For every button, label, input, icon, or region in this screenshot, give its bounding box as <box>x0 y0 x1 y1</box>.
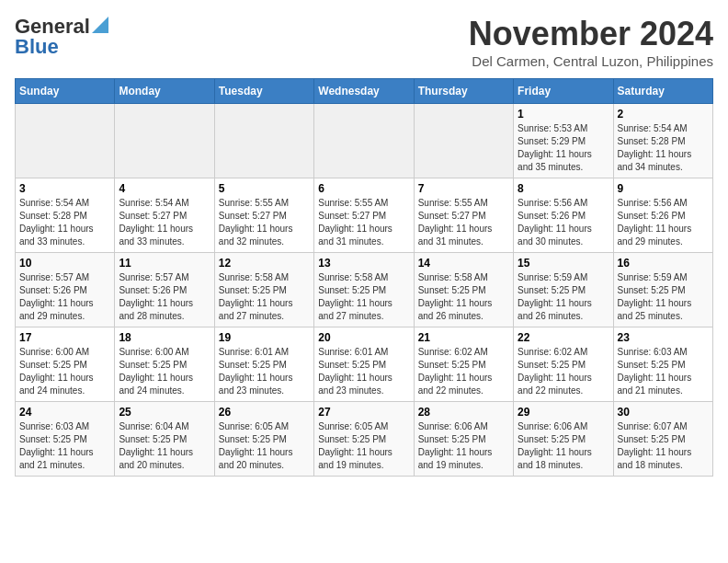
day-number: 30 <box>618 406 709 419</box>
day-info: Sunrise: 5:58 AMSunset: 5:25 PMDaylight:… <box>418 271 509 323</box>
calendar-cell: 30Sunrise: 6:07 AMSunset: 5:25 PMDayligh… <box>613 402 712 477</box>
day-number: 19 <box>219 331 310 344</box>
col-header-friday: Friday <box>514 79 613 104</box>
calendar-cell: 20Sunrise: 6:01 AMSunset: 5:25 PMDayligh… <box>314 327 414 402</box>
calendar-cell: 10Sunrise: 5:57 AMSunset: 5:26 PMDayligh… <box>16 253 115 327</box>
day-info: Sunrise: 5:58 AMSunset: 5:25 PMDaylight:… <box>219 271 310 323</box>
day-info: Sunrise: 6:06 AMSunset: 5:25 PMDaylight:… <box>418 420 509 472</box>
day-number: 28 <box>418 406 509 419</box>
calendar-cell <box>314 104 414 178</box>
calendar-cell: 28Sunrise: 6:06 AMSunset: 5:25 PMDayligh… <box>414 402 513 477</box>
day-info: Sunrise: 5:53 AMSunset: 5:29 PMDaylight:… <box>518 122 609 174</box>
col-header-wednesday: Wednesday <box>314 79 414 104</box>
day-info: Sunrise: 6:01 AMSunset: 5:25 PMDaylight:… <box>318 346 409 397</box>
logo-blue-text: Blue <box>15 35 59 59</box>
day-number: 5 <box>219 182 310 195</box>
day-info: Sunrise: 6:07 AMSunset: 5:25 PMDaylight:… <box>618 420 709 472</box>
day-info: Sunrise: 5:56 AMSunset: 5:26 PMDaylight:… <box>618 197 709 248</box>
day-number: 29 <box>518 406 609 419</box>
logo-icon <box>92 17 108 33</box>
day-info: Sunrise: 6:05 AMSunset: 5:25 PMDaylight:… <box>219 420 310 472</box>
day-number: 9 <box>618 182 709 195</box>
calendar-cell: 12Sunrise: 5:58 AMSunset: 5:25 PMDayligh… <box>214 253 313 327</box>
day-info: Sunrise: 6:06 AMSunset: 5:25 PMDaylight:… <box>518 420 609 472</box>
calendar-cell: 13Sunrise: 5:58 AMSunset: 5:25 PMDayligh… <box>314 253 414 327</box>
day-number: 1 <box>518 108 609 121</box>
location: Del Carmen, Central Luzon, Philippines <box>469 53 713 69</box>
day-info: Sunrise: 6:03 AMSunset: 5:25 PMDaylight:… <box>19 420 110 472</box>
day-info: Sunrise: 5:54 AMSunset: 5:28 PMDaylight:… <box>618 122 709 174</box>
month-title: November 2024 <box>469 15 713 53</box>
day-number: 12 <box>219 257 310 270</box>
day-number: 17 <box>19 331 110 344</box>
day-info: Sunrise: 5:57 AMSunset: 5:26 PMDaylight:… <box>19 271 110 323</box>
calendar-cell: 22Sunrise: 6:02 AMSunset: 5:25 PMDayligh… <box>514 327 613 402</box>
calendar-cell: 27Sunrise: 6:05 AMSunset: 5:25 PMDayligh… <box>314 402 414 477</box>
day-number: 15 <box>518 257 609 270</box>
calendar-cell <box>16 104 115 178</box>
calendar-cell: 16Sunrise: 5:59 AMSunset: 5:25 PMDayligh… <box>613 253 712 327</box>
week-row-1: 1Sunrise: 5:53 AMSunset: 5:29 PMDaylight… <box>16 104 713 178</box>
day-info: Sunrise: 6:02 AMSunset: 5:25 PMDaylight:… <box>518 346 609 397</box>
calendar-cell: 24Sunrise: 6:03 AMSunset: 5:25 PMDayligh… <box>16 402 115 477</box>
calendar-cell <box>115 104 214 178</box>
day-number: 23 <box>618 331 709 344</box>
col-header-saturday: Saturday <box>613 79 712 104</box>
calendar-cell: 11Sunrise: 5:57 AMSunset: 5:26 PMDayligh… <box>115 253 214 327</box>
svg-marker-0 <box>92 17 108 33</box>
calendar-cell <box>214 104 313 178</box>
day-info: Sunrise: 5:58 AMSunset: 5:25 PMDaylight:… <box>318 271 409 323</box>
day-info: Sunrise: 5:54 AMSunset: 5:28 PMDaylight:… <box>19 197 110 248</box>
day-number: 6 <box>318 182 409 195</box>
day-number: 25 <box>119 406 210 419</box>
day-number: 24 <box>19 406 110 419</box>
calendar-cell: 18Sunrise: 6:00 AMSunset: 5:25 PMDayligh… <box>115 327 214 402</box>
day-info: Sunrise: 5:55 AMSunset: 5:27 PMDaylight:… <box>219 197 310 248</box>
calendar-cell: 19Sunrise: 6:01 AMSunset: 5:25 PMDayligh… <box>214 327 313 402</box>
day-info: Sunrise: 6:02 AMSunset: 5:25 PMDaylight:… <box>418 346 509 397</box>
day-info: Sunrise: 5:59 AMSunset: 5:25 PMDaylight:… <box>518 271 609 323</box>
day-number: 16 <box>618 257 709 270</box>
calendar-cell: 14Sunrise: 5:58 AMSunset: 5:25 PMDayligh… <box>414 253 513 327</box>
day-number: 4 <box>119 182 210 195</box>
week-row-2: 3Sunrise: 5:54 AMSunset: 5:28 PMDaylight… <box>16 178 713 253</box>
calendar-cell: 8Sunrise: 5:56 AMSunset: 5:26 PMDaylight… <box>514 178 613 253</box>
calendar-cell: 2Sunrise: 5:54 AMSunset: 5:28 PMDaylight… <box>613 104 712 178</box>
day-info: Sunrise: 6:00 AMSunset: 5:25 PMDaylight:… <box>19 346 110 397</box>
calendar-cell: 5Sunrise: 5:55 AMSunset: 5:27 PMDaylight… <box>214 178 313 253</box>
day-number: 27 <box>318 406 409 419</box>
day-number: 13 <box>318 257 409 270</box>
day-number: 21 <box>418 331 509 344</box>
day-info: Sunrise: 5:57 AMSunset: 5:26 PMDaylight:… <box>119 271 210 323</box>
day-number: 20 <box>318 331 409 344</box>
day-info: Sunrise: 5:59 AMSunset: 5:25 PMDaylight:… <box>618 271 709 323</box>
calendar-cell: 7Sunrise: 5:55 AMSunset: 5:27 PMDaylight… <box>414 178 513 253</box>
day-info: Sunrise: 6:01 AMSunset: 5:25 PMDaylight:… <box>219 346 310 397</box>
day-number: 11 <box>119 257 210 270</box>
calendar-cell: 29Sunrise: 6:06 AMSunset: 5:25 PMDayligh… <box>514 402 613 477</box>
calendar-table: SundayMondayTuesdayWednesdayThursdayFrid… <box>15 78 713 477</box>
calendar-cell: 15Sunrise: 5:59 AMSunset: 5:25 PMDayligh… <box>514 253 613 327</box>
week-row-4: 17Sunrise: 6:00 AMSunset: 5:25 PMDayligh… <box>16 327 713 402</box>
day-info: Sunrise: 6:00 AMSunset: 5:25 PMDaylight:… <box>119 346 210 397</box>
day-info: Sunrise: 6:03 AMSunset: 5:25 PMDaylight:… <box>618 346 709 397</box>
calendar-cell: 9Sunrise: 5:56 AMSunset: 5:26 PMDaylight… <box>613 178 712 253</box>
day-info: Sunrise: 5:54 AMSunset: 5:27 PMDaylight:… <box>119 197 210 248</box>
calendar-cell: 17Sunrise: 6:00 AMSunset: 5:25 PMDayligh… <box>16 327 115 402</box>
calendar-cell: 4Sunrise: 5:54 AMSunset: 5:27 PMDaylight… <box>115 178 214 253</box>
calendar-cell: 26Sunrise: 6:05 AMSunset: 5:25 PMDayligh… <box>214 402 313 477</box>
day-number: 2 <box>618 108 709 121</box>
col-header-monday: Monday <box>115 79 214 104</box>
day-info: Sunrise: 6:05 AMSunset: 5:25 PMDaylight:… <box>318 420 409 472</box>
calendar-cell: 1Sunrise: 5:53 AMSunset: 5:29 PMDaylight… <box>514 104 613 178</box>
col-header-tuesday: Tuesday <box>214 79 313 104</box>
title-block: November 2024 Del Carmen, Central Luzon,… <box>469 15 713 69</box>
day-info: Sunrise: 5:56 AMSunset: 5:26 PMDaylight:… <box>518 197 609 248</box>
page-header: General Blue November 2024 Del Carmen, C… <box>15 15 713 69</box>
day-info: Sunrise: 5:55 AMSunset: 5:27 PMDaylight:… <box>418 197 509 248</box>
day-number: 10 <box>19 257 110 270</box>
day-number: 18 <box>119 331 210 344</box>
day-number: 3 <box>19 182 110 195</box>
day-number: 14 <box>418 257 509 270</box>
col-header-thursday: Thursday <box>414 79 513 104</box>
